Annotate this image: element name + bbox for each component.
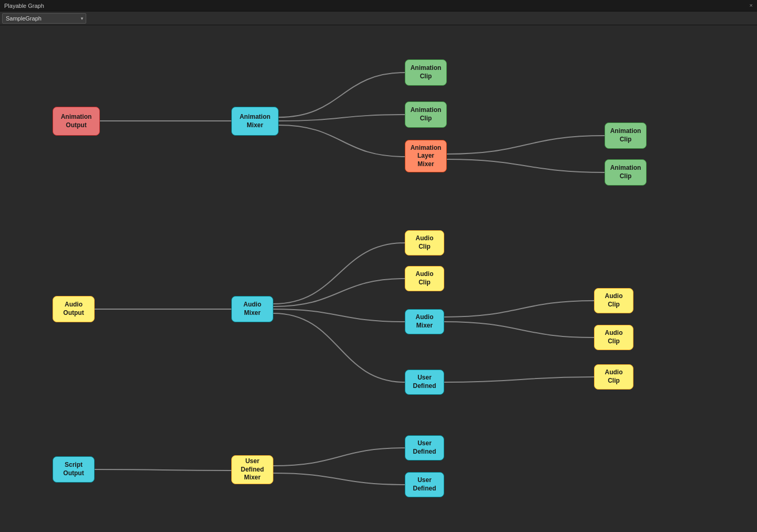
user-defined-mixer-node[interactable]: UserDefinedMixer <box>231 455 273 484</box>
audio-clip-5-node[interactable]: AudioClip <box>594 364 633 390</box>
audio-output-node[interactable]: AudioOutput <box>53 296 95 322</box>
animation-clip-2-node[interactable]: AnimationClip <box>405 101 447 128</box>
animation-clip-4-node[interactable]: AnimationClip <box>605 159 647 186</box>
audio-clip-3-node[interactable]: AudioClip <box>594 288 633 313</box>
user-defined-2-node[interactable]: UserDefined <box>405 435 444 461</box>
animation-mixer-node[interactable]: AnimationMixer <box>231 107 279 136</box>
audio-clip-2-node[interactable]: AudioClip <box>405 266 444 291</box>
graph-selector-wrap[interactable]: SampleGraph <box>2 13 86 24</box>
window-title: Playable Graph <box>4 3 44 9</box>
animation-clip-1-node[interactable]: AnimationClip <box>405 59 447 86</box>
toolbar: SampleGraph <box>0 12 757 25</box>
user-defined-3-node[interactable]: UserDefined <box>405 472 444 497</box>
animation-output-node[interactable]: AnimationOutput <box>53 107 100 136</box>
animation-clip-3-node[interactable]: AnimationClip <box>605 122 647 149</box>
graph-area: AnimationOutput AnimationMixer Animation… <box>0 25 757 532</box>
audio-mixer-node[interactable]: AudioMixer <box>231 296 273 322</box>
script-output-node[interactable]: ScriptOutput <box>53 456 95 483</box>
audio-clip-1-node[interactable]: AudioClip <box>405 230 444 255</box>
animation-layer-mixer-node[interactable]: AnimationLayerMixer <box>405 140 447 172</box>
audio-clip-4-node[interactable]: AudioClip <box>594 325 633 350</box>
close-button[interactable]: × <box>750 2 753 8</box>
audio-mixer-2-node[interactable]: AudioMixer <box>405 309 444 334</box>
connections-svg <box>0 25 757 532</box>
graph-selector[interactable]: SampleGraph <box>2 13 86 24</box>
user-defined-1-node[interactable]: UserDefined <box>405 370 444 395</box>
title-bar: Playable Graph × <box>0 0 757 12</box>
